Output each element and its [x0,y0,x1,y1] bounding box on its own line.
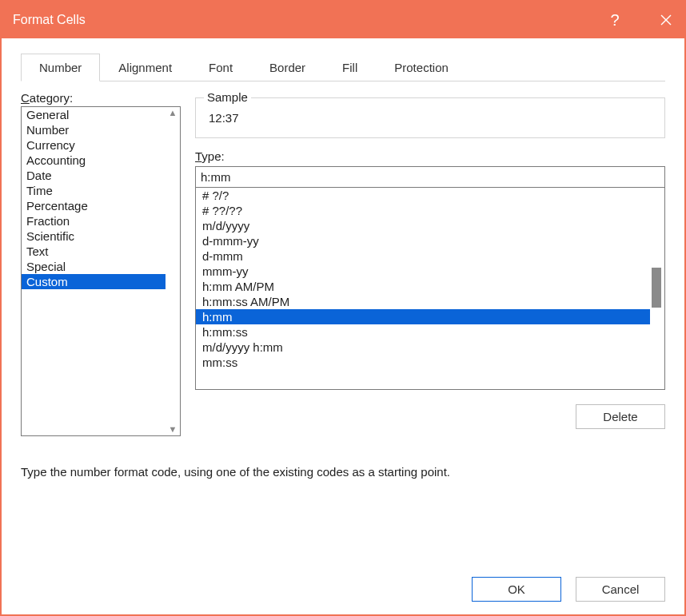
tab-body: Category: GeneralNumberCurrencyAccountin… [21,81,665,567]
sample-group: Sample 12:37 [195,97,665,138]
type-item[interactable]: m/d/yyyy h:mm [196,340,650,355]
scroll-down-icon[interactable]: ▼ [169,425,177,434]
format-cells-dialog: Format Cells ? Number Alignment Font Bor… [0,0,686,616]
category-item[interactable]: Currency [22,137,166,153]
close-button[interactable] [648,2,684,38]
tab-protection[interactable]: Protection [376,54,467,81]
cancel-button[interactable]: Cancel [576,577,665,602]
help-button[interactable]: ? [596,2,633,38]
category-item[interactable]: Number [22,122,166,137]
category-item[interactable]: Time [22,183,166,198]
type-item[interactable]: m/d/yyyy [196,218,650,233]
category-item[interactable]: Accounting [22,153,166,168]
type-item[interactable]: mmm-yy [196,264,650,279]
tab-fill[interactable]: Fill [324,54,376,81]
close-icon [660,14,672,26]
sample-label: Sample [204,90,251,104]
category-item[interactable]: Text [22,244,166,259]
type-item[interactable]: # ?/? [196,188,650,203]
type-item[interactable]: h:mm:ss [196,324,650,340]
scrollbar[interactable]: ▲ ▼ [166,107,180,435]
scrollbar[interactable] [652,188,663,389]
tab-font[interactable]: Font [190,54,251,81]
tab-number[interactable]: Number [21,54,100,81]
category-listbox[interactable]: GeneralNumberCurrencyAccountingDateTimeP… [21,106,181,436]
category-item[interactable]: Scientific [22,229,166,244]
category-item[interactable]: Custom [22,274,166,289]
ok-button[interactable]: OK [472,577,561,602]
category-item[interactable]: Date [22,168,166,183]
category-item[interactable]: Fraction [22,213,166,229]
sample-value: 12:37 [205,106,655,125]
type-input[interactable] [195,166,665,188]
dialog-content: Number Alignment Font Border Fill Protec… [2,38,684,577]
type-item[interactable]: mm:ss [196,355,650,370]
scroll-thumb[interactable] [652,268,661,308]
category-label: Category: [21,91,181,105]
delete-button[interactable]: Delete [576,404,665,429]
type-listbox[interactable]: # ?/?# ??/??m/d/yyyyd-mmm-yyd-mmmmmm-yyh… [195,188,665,390]
tab-border[interactable]: Border [251,54,324,81]
description-text: Type the number format code, using one o… [21,465,665,479]
dialog-buttons: OK Cancel [2,577,684,614]
type-label: Type: [195,149,665,163]
titlebar: Format Cells ? [2,2,684,38]
type-item[interactable]: h:mm:ss AM/PM [196,294,650,309]
window-title: Format Cells [13,13,86,27]
category-item[interactable]: Special [22,259,166,274]
type-item[interactable]: h:mm AM/PM [196,279,650,294]
tab-strip: Number Alignment Font Border Fill Protec… [21,53,665,81]
type-item[interactable]: d-mmm [196,248,650,264]
category-item[interactable]: Percentage [22,198,166,213]
category-item[interactable]: General [22,107,166,122]
tab-alignment[interactable]: Alignment [100,54,190,81]
type-item[interactable]: h:mm [196,309,650,324]
type-item[interactable]: d-mmm-yy [196,233,650,248]
scroll-up-icon[interactable]: ▲ [169,109,177,117]
type-item[interactable]: # ??/?? [196,203,650,218]
